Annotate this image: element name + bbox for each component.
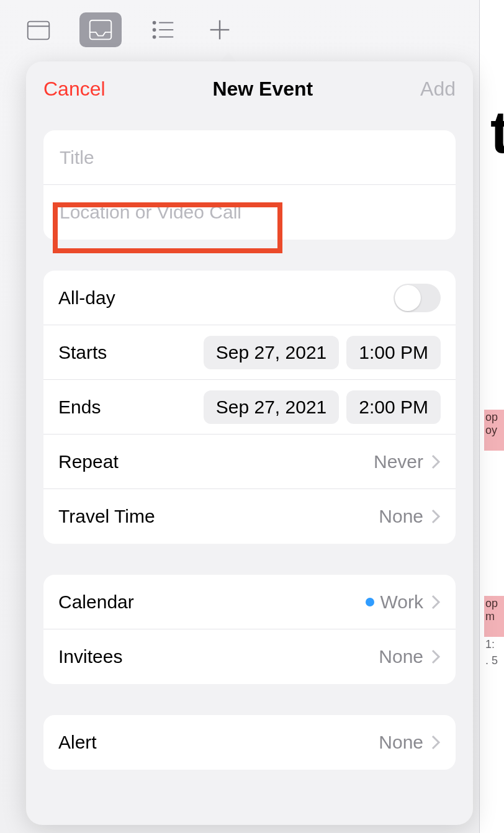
- background-event-1: opoy: [484, 410, 504, 451]
- popover-header: Cancel New Event Add: [26, 61, 473, 114]
- chevron-right-icon: [431, 454, 441, 470]
- invitees-label: Invitees: [58, 646, 122, 667]
- popover-title: New Event: [212, 78, 313, 101]
- calendar-invitees-group: Calendar Work Invitees None: [43, 575, 456, 684]
- calendar-row[interactable]: Calendar Work: [43, 575, 456, 629]
- chevron-right-icon: [431, 734, 441, 750]
- ends-date-pill[interactable]: Sep 27, 2021: [204, 390, 340, 424]
- allday-label: All-day: [58, 287, 115, 308]
- starts-row: Starts Sep 27, 2021 1:00 PM: [43, 325, 456, 380]
- calendar-color-dot: [366, 598, 374, 606]
- toolbar: [22, 12, 236, 47]
- allday-row: All-day: [43, 271, 456, 325]
- travel-time-row[interactable]: Travel Time None: [43, 489, 456, 544]
- svg-point-12: [153, 36, 156, 38]
- title-row[interactable]: [43, 130, 456, 185]
- repeat-label: Repeat: [58, 451, 119, 472]
- invitees-value: None: [379, 646, 423, 667]
- bg-event-2-line1: op: [485, 597, 498, 610]
- background-letter: t: [490, 98, 504, 166]
- ends-label: Ends: [58, 397, 101, 418]
- calendar-label: Calendar: [58, 592, 134, 613]
- chevron-right-icon: [431, 508, 441, 525]
- starts-date-pill[interactable]: Sep 27, 2021: [204, 336, 340, 369]
- background-event-2: opm: [484, 596, 504, 637]
- calendar-view-icon[interactable]: [22, 14, 55, 46]
- chevron-right-icon: [431, 594, 441, 610]
- svg-point-10: [153, 29, 156, 31]
- alert-group: Alert None: [43, 715, 456, 770]
- inbox-icon[interactable]: [79, 12, 122, 47]
- bg-event-1-line1: op: [485, 411, 498, 423]
- bg-event-2-line2: m: [485, 610, 495, 623]
- invitees-row[interactable]: Invitees None: [43, 629, 456, 684]
- svg-rect-0: [28, 22, 50, 40]
- new-event-popover: Cancel New Event Add All-day: [26, 61, 473, 825]
- alert-value: None: [379, 732, 423, 753]
- location-input[interactable]: [58, 201, 441, 223]
- title-input[interactable]: [58, 146, 441, 169]
- plus-icon[interactable]: [204, 14, 236, 46]
- alert-row[interactable]: Alert None: [43, 715, 456, 770]
- switch-knob: [395, 285, 421, 311]
- popover-body[interactable]: All-day Starts Sep 27, 2021 1:00 PM Ends…: [26, 114, 473, 825]
- cancel-button[interactable]: Cancel: [43, 78, 106, 101]
- repeat-row[interactable]: Repeat Never: [43, 435, 456, 489]
- starts-label: Starts: [58, 342, 107, 363]
- ends-row: Ends Sep 27, 2021 2:00 PM: [43, 380, 456, 435]
- add-button[interactable]: Add: [420, 78, 456, 101]
- title-location-group: [43, 130, 456, 240]
- ends-time-pill[interactable]: 2:00 PM: [346, 390, 441, 424]
- list-icon[interactable]: [146, 14, 179, 46]
- allday-switch[interactable]: [394, 284, 441, 312]
- calendar-value: Work: [380, 592, 423, 613]
- svg-point-8: [153, 22, 156, 24]
- starts-time-pill[interactable]: 1:00 PM: [346, 336, 441, 369]
- background-time-2: . 5: [484, 654, 504, 667]
- repeat-value: Never: [374, 451, 423, 472]
- time-group: All-day Starts Sep 27, 2021 1:00 PM Ends…: [43, 271, 456, 544]
- travel-time-value: None: [379, 506, 423, 527]
- alert-label: Alert: [58, 732, 97, 753]
- bg-event-1-line2: oy: [485, 424, 497, 436]
- location-row[interactable]: [43, 185, 456, 240]
- chevron-right-icon: [431, 649, 441, 665]
- travel-time-label: Travel Time: [58, 506, 155, 527]
- background-time-1: 1:: [484, 638, 504, 651]
